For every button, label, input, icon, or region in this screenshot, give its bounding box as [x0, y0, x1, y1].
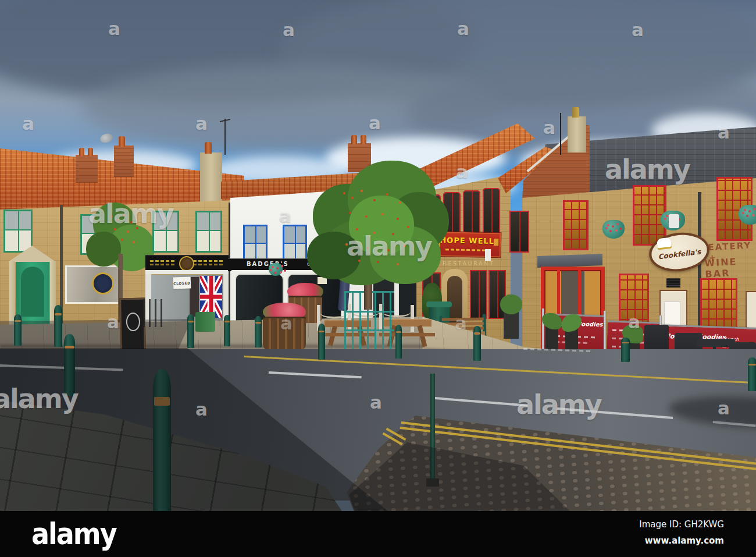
bollard	[255, 316, 262, 347]
shop-round-logo	[179, 256, 194, 271]
alarm-box	[669, 214, 679, 228]
shop-fascia-text	[193, 260, 224, 262]
chimney	[76, 155, 98, 183]
hanging-basket	[602, 220, 625, 239]
watermark-tile: a	[283, 21, 295, 39]
door-arch-panel	[21, 267, 44, 317]
hopewell-frieze-text: RESTAURANT	[434, 261, 504, 267]
watermark-tile: a	[369, 114, 381, 132]
chimney	[200, 152, 222, 203]
a-board-chalkboard	[119, 298, 146, 353]
watermark-tile: a	[108, 20, 120, 38]
hopewell-ground-window	[470, 270, 487, 319]
watermark-tile: a	[370, 393, 382, 411]
planter-shrub	[500, 295, 522, 314]
chimney-pot	[351, 135, 357, 144]
litter-bin-lid	[426, 301, 452, 307]
chimney-pot	[205, 142, 212, 154]
chimney	[568, 116, 586, 152]
badgers-upper-window	[243, 225, 268, 262]
cookfellas-upper-window	[509, 211, 529, 253]
shop-fascia-text	[150, 260, 176, 262]
hopewell-sign-subtext	[445, 249, 488, 251]
tree-guard-rail	[344, 329, 394, 331]
bollard	[54, 305, 62, 347]
watermark-tile: a	[107, 313, 119, 331]
watermark-tile: a	[279, 207, 291, 225]
hopewell-sign-emblem	[494, 239, 498, 246]
bollard	[318, 324, 325, 360]
railings	[143, 299, 166, 327]
cookfellas-oval-text: Cookfella's	[651, 247, 708, 262]
shop-fascia-text	[150, 264, 176, 265]
watermark-alamy: alamy	[347, 233, 432, 260]
closed-sign: CLOSED	[173, 276, 191, 289]
watermark-tile: a	[22, 115, 34, 133]
shop-window-poster	[190, 277, 199, 317]
bollard	[224, 315, 230, 346]
small-tree-foliage	[86, 232, 121, 267]
badgers-fascia-name: BADGER'S	[247, 261, 289, 267]
cookfellas-upper-window	[563, 200, 589, 250]
menu-board-paper	[664, 301, 680, 327]
bollard	[473, 326, 481, 361]
utility-cabinet	[195, 312, 215, 332]
tv-aerial-icon	[224, 119, 226, 155]
bollard	[187, 314, 194, 348]
footer-url: www.alamy.com	[645, 535, 724, 546]
watermark-alamy: alamy	[516, 391, 601, 418]
bollard	[14, 314, 22, 346]
porch-roof	[537, 254, 602, 268]
watermark-tile: a	[455, 314, 467, 332]
watermark-alamy: alamy	[88, 200, 173, 227]
wall-sign-small	[485, 249, 491, 261]
tree-berries	[343, 192, 345, 194]
watermark-tile: a	[195, 400, 208, 418]
chimney	[114, 146, 134, 177]
shop-cornice	[145, 270, 229, 274]
closed-sign-text: CLOSED	[173, 281, 191, 285]
chimney-pot	[79, 148, 84, 156]
bollard	[748, 357, 756, 391]
watermark-tile: a	[628, 313, 640, 331]
aerial-pole	[560, 113, 561, 155]
watermark-alamy: alamy	[605, 156, 690, 183]
badgers-upper-window	[283, 225, 307, 262]
watermark-tile: a	[543, 119, 555, 137]
watermark-tile: a	[280, 314, 293, 332]
chimney-pot	[361, 135, 366, 144]
planter	[545, 326, 558, 349]
watermark-alamy: alamy	[0, 385, 78, 412]
cottage-window	[3, 210, 33, 253]
chimney-pot	[572, 107, 579, 118]
stock-photo-street-scene: CLOSED BADGER'S 678504 HOPE WELL RESTAUR…	[0, 0, 756, 557]
watermark-tile: a	[718, 399, 730, 417]
footer-image-id: Image ID: GH2KWG	[639, 519, 724, 530]
bollard	[395, 325, 402, 359]
footer-bar: alamy Image ID: GH2KWG www.alamy.com	[0, 511, 756, 557]
bollard	[621, 338, 630, 362]
round-brewery-sign	[92, 272, 114, 295]
cookfellas-wall-letters-2: WINE BAR	[704, 254, 756, 279]
chimney-pot	[119, 136, 125, 147]
watermark-tile: a	[457, 20, 469, 38]
chalk-scribble	[126, 313, 141, 331]
tree-guard-rail	[344, 311, 394, 313]
chef-hat-icon	[657, 237, 672, 249]
vent-grille	[666, 278, 680, 288]
watermark-tile: a	[632, 21, 644, 39]
watermark-tile: a	[195, 115, 208, 133]
watermark-tile: a	[718, 123, 730, 141]
alamy-logo: alamy	[31, 516, 116, 551]
watermark-tile: a	[456, 163, 468, 181]
shop-fascia-text	[193, 264, 224, 265]
chimney-pot	[88, 148, 93, 156]
shop-upper-window	[195, 211, 222, 253]
chrome-post	[604, 311, 606, 355]
hanging-basket	[269, 263, 283, 276]
